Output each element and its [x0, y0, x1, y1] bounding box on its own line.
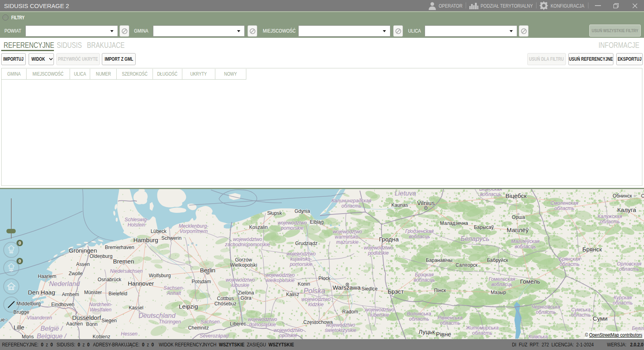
svg-text:Курскаяобласть: Курскаяобласть [613, 295, 633, 306]
svg-text:Oldenburg: Oldenburg [90, 253, 113, 259]
svg-text:Siegen: Siegen [101, 318, 117, 323]
svg-text:Брянскаяобласть: Брянскаяобласть [559, 256, 580, 267]
svg-text:Vilnius: Vilnius [417, 200, 435, 206]
svg-text:Lübeck: Lübeck [151, 229, 167, 234]
svg-text:Mons: Mons [22, 334, 34, 339]
svg-text:Nordrhein-Westfalen: Nordrhein-Westfalen [89, 302, 112, 313]
svg-text:Магілёўскаявобласць: Магілёўскаявобласць [511, 239, 540, 249]
svg-text:Aachen: Aachen [66, 321, 83, 327]
svg-text:Гродна: Гродна [379, 236, 399, 243]
svg-text:Віцебск: Віцебск [506, 192, 527, 199]
svg-text:Bremen: Bremen [113, 258, 134, 265]
svg-text:województwoświętokrzyskie: województwoświętokrzyskie [325, 322, 357, 333]
svg-text:Калуга: Калуга [617, 206, 636, 213]
svg-text:Płock: Płock [318, 276, 331, 281]
svg-text:Osnabrück: Osnabrück [98, 277, 122, 282]
svg-text:Обнинск: Обнинск [613, 193, 632, 199]
svg-text:Сумськаобласть: Сумськаобласть [571, 307, 591, 318]
svg-text:Hannover: Hannover [128, 280, 154, 287]
svg-text:Орловскаяобласть: Орловскаяобласть [617, 261, 642, 272]
svg-text:Мазыр: Мазыр [491, 290, 506, 295]
svg-text:Hamburg: Hamburg [133, 237, 158, 243]
svg-text:Haarlem: Haarlem [38, 274, 56, 279]
svg-text:Thüringen: Thüringen [159, 319, 181, 325]
svg-text:Lille: Lille [14, 324, 25, 331]
svg-text:Münster: Münster [84, 290, 102, 295]
svg-text:Bonn: Bonn [86, 321, 97, 327]
svg-text:Смоленскаяобласть: Смоленскаяобласть [550, 200, 578, 211]
svg-text:Zwolle: Zwolle [68, 271, 83, 276]
svg-text:Arnhem: Arnhem [62, 292, 79, 297]
svg-text:województwowielkopolskie: województwowielkopolskie [266, 272, 295, 283]
svg-text:Leipzig: Leipzig [179, 303, 198, 310]
svg-text:Салігорск: Салігорск [456, 262, 478, 268]
svg-text:Liberec: Liberec [230, 321, 246, 327]
svg-text:Severozápad: Severozápad [200, 333, 229, 339]
svg-text:Bielefeld: Bielefeld [109, 291, 128, 296]
svg-text:Рівне: Рівне [436, 331, 451, 338]
svg-text:Bremerhaven: Bremerhaven [105, 245, 134, 250]
svg-text:Potsdam: Potsdam [192, 279, 211, 284]
svg-text:Беларусь: Беларусь [460, 235, 489, 242]
svg-text:Калужскаяобласть: Калужскаяобласть [598, 214, 622, 224]
svg-text:Серпухов: Серпухов [641, 193, 644, 199]
svg-text:Koblenz: Koblenz [93, 334, 110, 339]
svg-text:Магілёў: Магілёў [507, 226, 529, 233]
svg-text:Kaunas: Kaunas [391, 202, 408, 208]
svg-text:Київська: Київська [528, 334, 548, 339]
svg-text:Hessen: Hessen [121, 331, 138, 337]
svg-text:Суми: Суми [593, 315, 608, 322]
svg-text:Düsseldorf: Düsseldorf [72, 314, 101, 321]
svg-text:Волинськаобласть: Волинськаобласть [407, 311, 431, 322]
svg-text:Konin: Konin [297, 281, 310, 287]
svg-text:Маладзечна: Маладзечна [440, 220, 468, 226]
svg-text:Луцьк: Луцьк [419, 328, 435, 335]
svg-text:ue: ue [0, 317, 5, 323]
svg-text:województwopomorskie: województwopomorskie [278, 220, 307, 231]
svg-text:województwokujawsko-pomorskie: województwokujawsko-pomorskie [287, 251, 316, 267]
svg-text:Баранавічы: Баранавічы [426, 257, 452, 263]
svg-text:Niedersachsen: Niedersachsen [110, 268, 143, 274]
svg-text:Schleswig-Holstein: Schleswig-Holstein [125, 217, 149, 228]
svg-text:Middelburg: Middelburg [17, 301, 41, 307]
svg-text:Орша: Орша [512, 214, 525, 220]
svg-text:Брэст: Брэст [388, 288, 404, 295]
svg-text:Groningen: Groningen [69, 247, 97, 254]
svg-text:Eindhoven: Eindhoven [51, 302, 74, 307]
svg-text:Assen: Assen [76, 261, 90, 267]
svg-text:Nederland: Nederland [49, 280, 80, 287]
svg-text:Gdynia: Gdynia [295, 208, 310, 214]
svg-text:Polska: Polska [303, 287, 325, 295]
svg-text:Гомельскаявобласць: Гомельскаявобласць [489, 276, 515, 287]
svg-text:Chemnitz: Chemnitz [188, 325, 208, 331]
svg-text:Гродзенскаявобласць: Гродзенскаявобласць [405, 229, 434, 239]
svg-text:Siedlce: Siedlce [361, 286, 378, 292]
svg-text:Schwerin: Schwerin [161, 235, 182, 241]
svg-text:Пінск: Пінск [434, 288, 446, 293]
svg-text:Бабруйск: Бабруйск [487, 257, 508, 263]
svg-text:Барысаў: Барысаў [474, 224, 494, 230]
svg-text:Гомель: Гомель [520, 278, 540, 285]
svg-text:województwopodlaskie: województwopodlaskie [364, 245, 393, 256]
svg-text:Mecklenburg-Vorpommern: Mecklenburg-Vorpommern [179, 223, 208, 234]
svg-text:województwowarmińsko-mazurskie: województwowarmińsko-mazurskie [333, 229, 362, 245]
svg-text:Słupsk: Słupsk [267, 210, 282, 216]
svg-text:Den Haag: Den Haag [28, 289, 55, 296]
svg-text:Wolfsburg: Wolfsburg [149, 273, 171, 278]
svg-text:Віцебскаявобласць: Віцебскаявобласць [479, 189, 502, 197]
svg-text:Sachsen: Sachsen [200, 319, 220, 325]
svg-text:Рівненськаобласть: Рівненськаобласть [438, 315, 463, 326]
svg-text:Berlin: Berlin [200, 267, 215, 274]
svg-text:Elbląg: Elbląg [310, 219, 324, 225]
svg-text:Брянск: Брянск [582, 246, 602, 253]
svg-text:Kassel: Kassel [129, 305, 144, 311]
svg-text:Deutschland: Deutschland [138, 312, 176, 319]
svg-text:Warszawa: Warszawa [332, 284, 361, 291]
svg-text:Grudziądz: Grudziądz [295, 241, 318, 246]
svg-text:Брэцкаявобласць: Брэцкаявобласць [414, 272, 435, 283]
svg-text:CottbusChóśebuz: CottbusChóśebuz [215, 296, 237, 307]
svg-text:województwodolnośląskie: województwodolnośląskie [248, 317, 277, 327]
svg-text:Vlaanderen: Vlaanderen [27, 315, 52, 321]
svg-text:Kalisz: Kalisz [286, 292, 299, 297]
svg-text:Koszalin: Koszalin [249, 224, 268, 230]
